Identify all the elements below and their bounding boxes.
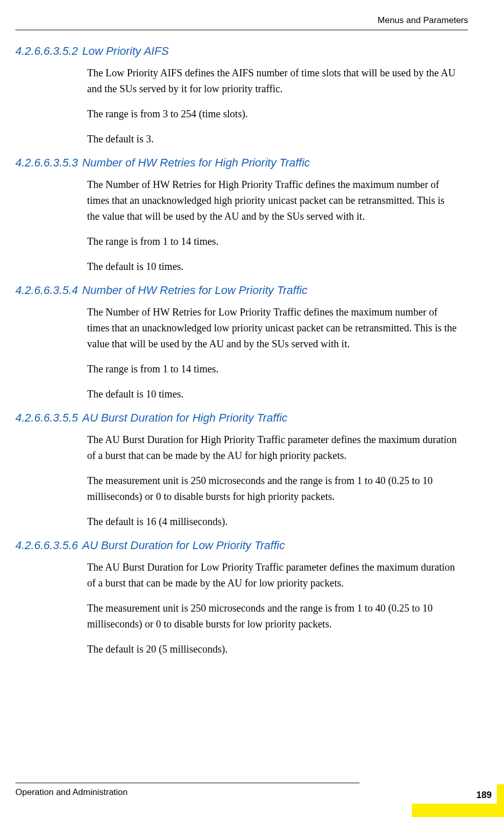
page-number-bar (412, 804, 504, 817)
header-chapter-title: Menus and Parameters (15, 15, 468, 26)
page-number-accent (497, 784, 504, 804)
section-heading-au-burst-low: 4.2.6.6.3.5.6 AU Burst Duration for Low … (15, 539, 468, 552)
body-paragraph: The range is from 1 to 14 times. (87, 361, 458, 377)
body-paragraph: The measurement unit is 250 microseconds… (87, 600, 458, 632)
section-content: The Number of HW Retries for Low Priorit… (87, 304, 458, 402)
body-paragraph: The measurement unit is 250 microseconds… (87, 473, 458, 505)
section-content: The AU Burst Duration for Low Priority T… (87, 559, 458, 657)
section-content: The Number of HW Retries for High Priori… (87, 177, 458, 275)
body-paragraph: The default is 10 times. (87, 259, 458, 275)
body-paragraph: The range is from 3 to 254 (time slots). (87, 106, 458, 122)
page-container: Menus and Parameters 4.2.6.6.3.5.2 Low P… (0, 0, 504, 817)
section-title: Low Priority AIFS (82, 45, 169, 58)
page-number: 189 (476, 790, 492, 801)
body-paragraph: The Number of HW Retries for High Priori… (87, 177, 458, 224)
body-paragraph: The default is 10 times. (87, 386, 458, 402)
body-paragraph: The AU Burst Duration for High Priority … (87, 432, 458, 464)
section-number: 4.2.6.6.3.5.2 (15, 45, 78, 58)
header-rule (15, 30, 468, 30)
footer-doc-title: Operation and Administration (15, 787, 468, 798)
footer-section: Operation and Administration (15, 783, 468, 798)
section-title: Number of HW Retries for Low Priority Tr… (82, 284, 307, 297)
section-content: The AU Burst Duration for High Priority … (87, 432, 458, 530)
section-heading-hw-retries-low: 4.2.6.6.3.5.4 Number of HW Retries for L… (15, 284, 468, 297)
body-paragraph: The range is from 1 to 14 times. (87, 234, 458, 249)
section-number: 4.2.6.6.3.5.6 (15, 539, 78, 552)
section-number: 4.2.6.6.3.5.3 (15, 156, 78, 170)
section-heading-au-burst-high: 4.2.6.6.3.5.5 AU Burst Duration for High… (15, 411, 468, 425)
body-paragraph: The default is 20 (5 milliseconds). (87, 641, 458, 657)
page-number-block: 189 (412, 784, 504, 817)
section-title: Number of HW Retries for High Priority T… (82, 156, 310, 170)
section-heading-hw-retries-high: 4.2.6.6.3.5.3 Number of HW Retries for H… (15, 156, 468, 170)
body-paragraph: The Low Priority AIFS defines the AIFS n… (87, 65, 458, 97)
section-content: The Low Priority AIFS defines the AIFS n… (87, 65, 458, 147)
footer-rule (15, 783, 360, 783)
body-paragraph: The default is 16 (4 milliseconds). (87, 514, 458, 530)
body-paragraph: The default is 3. (87, 131, 458, 147)
body-paragraph: The AU Burst Duration for Low Priority T… (87, 559, 458, 591)
section-title: AU Burst Duration for High Priority Traf… (82, 411, 287, 425)
section-title: AU Burst Duration for Low Priority Traff… (82, 539, 285, 552)
section-heading-low-priority-aifs: 4.2.6.6.3.5.2 Low Priority AIFS (15, 45, 468, 58)
body-paragraph: The Number of HW Retries for Low Priorit… (87, 304, 458, 352)
section-number: 4.2.6.6.3.5.4 (15, 284, 78, 297)
section-number: 4.2.6.6.3.5.5 (15, 411, 78, 425)
